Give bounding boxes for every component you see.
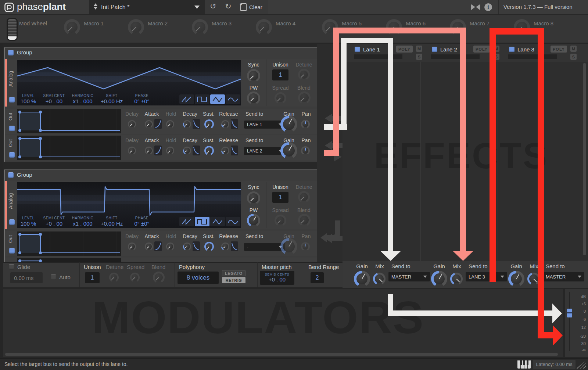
glide-time-value[interactable]: 0.00 ms — [10, 272, 43, 283]
lane-1-gain-knob[interactable] — [354, 271, 370, 287]
semi-cent-value[interactable]: +0 . 00 — [39, 220, 69, 227]
lane-3-poly-button[interactable]: POLY — [551, 46, 567, 53]
lane-3-mute-button[interactable]: M — [570, 46, 577, 52]
legato-button[interactable]: LEGATO — [222, 270, 245, 276]
attack-curve-icon[interactable] — [154, 146, 162, 155]
glide-auto-checkbox[interactable] — [51, 274, 56, 280]
sync-knob[interactable] — [247, 69, 260, 82]
harmonic-value[interactable]: x1 . 000 — [68, 98, 97, 104]
out-2-gain-knob[interactable] — [280, 142, 297, 159]
out-3-gain-knob[interactable] — [280, 238, 297, 255]
group-2-enable-checkbox[interactable] — [8, 172, 14, 178]
patch-selector[interactable]: Init Patch * — [89, 0, 205, 14]
out-1-gain-knob[interactable] — [280, 116, 297, 133]
lane-2-send-to-select[interactable]: LANE 3 — [466, 272, 507, 281]
attack-knob[interactable] — [145, 243, 153, 251]
hold-knob[interactable] — [166, 120, 174, 128]
lane-3-enable-checkbox[interactable] — [509, 47, 514, 52]
retrig-button[interactable]: RETRIG — [222, 277, 245, 283]
spread-knob[interactable] — [275, 92, 286, 104]
global-unison-value[interactable]: 1 — [85, 272, 100, 283]
sustain-knob[interactable] — [204, 119, 214, 129]
decay-knob[interactable] — [183, 243, 191, 251]
release-knob[interactable] — [221, 147, 229, 155]
lane-1-name[interactable]: Lane 1 — [363, 46, 380, 53]
master-gain-fader[interactable] — [567, 309, 572, 317]
hold-knob[interactable] — [166, 147, 174, 155]
out-2-enable-checkbox[interactable] — [9, 152, 15, 158]
macro-1-knob[interactable] — [64, 19, 80, 35]
lane-3-solo-button[interactable]: S — [570, 54, 577, 60]
release-curve-icon[interactable] — [231, 146, 238, 155]
lane-2-mix-knob[interactable] — [450, 273, 463, 285]
attack-curve-icon[interactable] — [154, 119, 162, 129]
sustain-knob[interactable] — [204, 146, 214, 155]
phase-value[interactable]: 0° ±0° — [127, 98, 157, 104]
attack-knob[interactable] — [145, 147, 153, 155]
wave-triangle-button[interactable] — [210, 217, 225, 226]
blend-knob[interactable] — [298, 214, 311, 226]
decay-knob[interactable] — [183, 120, 191, 128]
pw-knob[interactable] — [247, 214, 260, 227]
semi-cent-value[interactable]: +0 . 00 — [39, 98, 69, 104]
decay-knob[interactable] — [183, 147, 191, 155]
wave-saw-button[interactable] — [179, 94, 194, 104]
release-knob[interactable] — [221, 243, 229, 251]
wave-square-button[interactable] — [195, 217, 209, 226]
kilohearts-icon[interactable] — [471, 4, 480, 10]
hold-knob[interactable] — [166, 243, 174, 251]
wave-sine-button[interactable] — [226, 94, 240, 104]
decay-curve-icon[interactable] — [193, 119, 200, 129]
lane-1-mix-knob[interactable] — [373, 273, 386, 285]
shift-value[interactable]: +0.00 Hz — [97, 220, 126, 227]
wave-sine-button[interactable] — [226, 217, 240, 226]
undo-icon[interactable]: ↺ — [210, 2, 216, 11]
bend-range-value[interactable]: 2 — [311, 272, 324, 283]
wave-saw-button[interactable] — [179, 217, 194, 226]
release-knob[interactable] — [221, 120, 229, 128]
macro-4-knob[interactable] — [256, 19, 272, 35]
virtual-keyboard-icon[interactable] — [517, 360, 531, 369]
out-4-envelope-display[interactable] — [17, 258, 121, 262]
unison-value[interactable]: 1 — [272, 69, 288, 80]
out-1-enable-checkbox[interactable] — [9, 126, 15, 131]
out-1-send-to-select[interactable]: LANE 1 — [244, 121, 285, 129]
attack-curve-icon[interactable] — [154, 241, 162, 251]
attack-knob[interactable] — [145, 120, 153, 128]
lane-3-send-to-select[interactable]: MASTER — [543, 272, 584, 281]
out-2-envelope-display[interactable] — [17, 136, 121, 160]
lane-2-name[interactable]: Lane 2 — [440, 46, 457, 53]
delay-knob[interactable] — [128, 243, 136, 251]
detune-knob[interactable] — [298, 69, 310, 80]
global-blend-knob[interactable] — [153, 272, 165, 283]
master-pitch-value-box[interactable]: SEMIS CENTS +0 . 00 — [260, 271, 294, 285]
lane-3-gain-knob[interactable] — [508, 271, 524, 287]
redo-icon[interactable]: ↻ — [225, 2, 232, 11]
lane-1-solo-button[interactable]: S — [416, 54, 422, 60]
lane-1-mute-button[interactable]: M — [416, 46, 422, 52]
mod-wheel[interactable] — [7, 18, 18, 41]
sustain-knob[interactable] — [204, 242, 214, 251]
delay-knob[interactable] — [128, 120, 136, 128]
macro-2-knob[interactable] — [128, 19, 144, 35]
lane-2-enable-checkbox[interactable] — [432, 47, 437, 52]
global-detune-knob[interactable] — [109, 273, 119, 282]
lane-2-gain-knob[interactable] — [431, 271, 447, 287]
level-value[interactable]: 100 % — [14, 98, 43, 104]
clear-button[interactable]: ✱ Clear — [240, 3, 262, 11]
out-2-send-to-select[interactable]: LANE 2 — [244, 147, 285, 155]
global-spread-knob[interactable] — [130, 273, 140, 282]
wave-triangle-button[interactable] — [210, 94, 225, 104]
polyphony-value[interactable]: 8 voices — [178, 272, 219, 284]
out-1-envelope-display[interactable] — [17, 109, 121, 133]
lane-2-poly-button[interactable]: POLY — [473, 46, 490, 53]
level-value[interactable]: 100 % — [14, 220, 43, 227]
release-curve-icon[interactable] — [231, 119, 238, 129]
unison-value[interactable]: 1 — [272, 192, 288, 203]
lane-1-enable-checkbox[interactable] — [355, 47, 360, 52]
harmonic-value[interactable]: x1 . 000 — [68, 220, 97, 227]
shift-value[interactable]: +0.00 Hz — [97, 98, 126, 104]
lane-1-poly-button[interactable]: POLY — [396, 46, 413, 53]
glide-checkbox[interactable] — [9, 264, 14, 270]
sync-knob[interactable] — [247, 191, 260, 205]
